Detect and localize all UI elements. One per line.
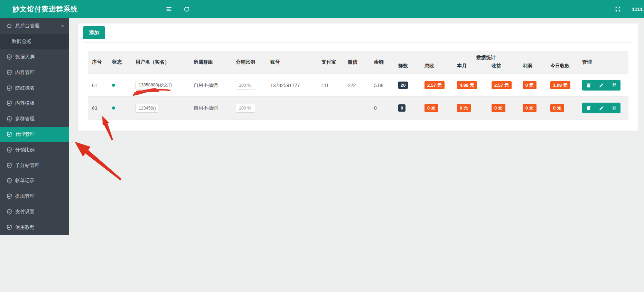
col-header-profit: 利润 (519, 63, 546, 69)
cell-group: 自用不抽佣 (189, 105, 232, 111)
cell-seq: 61 (88, 83, 108, 88)
sidebar-item-agent-mgmt[interactable]: 代理管理 (0, 127, 69, 142)
shield-check-icon (6, 178, 12, 184)
ratio-input[interactable]: 100 % (236, 81, 255, 90)
table-row-63: 63 123456() 自用不抽佣 100 % 0 0 0 元 0 元 0 元 … (88, 97, 628, 120)
total-badge: 0 元 (424, 104, 438, 112)
col-header-alipay: 支付宝 (317, 59, 344, 65)
col-header-wechat: 微信 (344, 59, 370, 65)
cell-income: 0 元 (487, 104, 519, 112)
sidebar-item-label: 数据总览 (12, 38, 31, 45)
shield-check-icon (6, 193, 12, 199)
sidebar-item-data-screen[interactable]: 数据大屏 (0, 49, 69, 65)
today-badge: 1.08 元 (550, 81, 570, 90)
sidebar-item-label: 内容模板 (15, 100, 35, 106)
login-as-button[interactable]: 登 (608, 103, 620, 113)
sidebar-item-withdraw-mgmt[interactable]: 提现管理 (0, 189, 69, 204)
cell-profit: 0 元 (519, 81, 546, 90)
ratio-input[interactable]: 100 % (236, 104, 255, 113)
sidebar-item-multi-group[interactable]: 多群管理 (0, 111, 69, 127)
stats-group-header: 数据统计 群数 总收 本月 收益 利润 今日收款 (394, 51, 578, 74)
sidebar-item-distribution-ratio[interactable]: 分销比例 (0, 142, 69, 158)
col-header-balance: 余额 (370, 59, 394, 65)
income-badge: 0 元 (492, 104, 505, 112)
sidebar-item-substation-mgmt[interactable]: 子分站管理 (0, 158, 69, 173)
sidebar-item-payment-settings[interactable]: 支付设置 (0, 204, 69, 220)
chevron-up-icon (60, 24, 64, 28)
sidebar-item-content-mgmt[interactable]: 内容管理 (0, 65, 69, 80)
shield-check-icon (6, 131, 12, 138)
sidebar-item-label: 防红域名 (15, 85, 35, 91)
fullscreen-icon[interactable] (612, 0, 624, 18)
col-header-today: 今日收款 (546, 63, 578, 69)
table-header-row: 序号 状态 用户名（实名） 所属群组 分销比例 账号 支付宝 微信 余额 数据统… (88, 51, 628, 74)
cell-manage: 登 (578, 103, 620, 113)
edit-button[interactable] (595, 80, 608, 91)
stats-group-title: 数据统计 (394, 55, 578, 61)
sidebar-item-label: 使用教程 (15, 224, 35, 230)
shield-check-icon (6, 162, 12, 169)
cell-alipay: 111 (317, 83, 344, 88)
username-input[interactable]: 123456() (136, 104, 158, 113)
cell-income: 2.57 元 (487, 81, 519, 90)
col-header-month: 本月 (453, 63, 487, 69)
sidebar-item-label: 分销比例 (15, 147, 35, 153)
shield-check-icon (6, 85, 12, 91)
login-as-button[interactable]: 登 (608, 80, 620, 91)
trash-icon (586, 105, 591, 111)
month-badge: 0 元 (457, 104, 471, 112)
sidebar-item-antired-domain[interactable]: 防红域名 (0, 80, 69, 96)
cell-username: 13858888(妙文1) (131, 81, 189, 90)
delete-button[interactable] (582, 103, 595, 113)
col-header-username: 用户名（实名） (131, 59, 189, 65)
pencil-icon (599, 106, 604, 111)
cell-seq: 63 (88, 105, 108, 111)
sidebar-item-label: 帐单记录 (15, 178, 35, 184)
cell-wechat: 222 (344, 83, 370, 88)
groups-badge: 0 (398, 104, 405, 112)
shield-check-icon (6, 147, 12, 153)
sidebar-item-label: 支付设置 (15, 209, 35, 215)
sidebar-item-content-template[interactable]: 内容模板 (0, 96, 69, 111)
sidebar-item-label: 子分站管理 (15, 162, 39, 169)
app-title: 妙文馆付费进群系统 (12, 4, 78, 14)
username-input[interactable]: 13858888(妙文1) (136, 81, 172, 90)
sidebar-item-label: 总后台管理 (15, 23, 39, 29)
delete-button[interactable] (582, 80, 595, 91)
cell-status (108, 84, 131, 87)
shield-check-icon (6, 116, 12, 122)
sidebar-item-data-overview[interactable]: 数据总览 (0, 34, 69, 49)
edit-button[interactable] (595, 103, 608, 113)
sidebar-item-main-admin[interactable]: 总后台管理 (0, 18, 69, 34)
add-button[interactable]: 添加 (83, 26, 105, 39)
cell-today: 1.08 元 (546, 81, 578, 90)
profit-badge: 0 元 (523, 104, 536, 112)
cell-group: 自用不抽佣 (189, 82, 232, 88)
status-dot (112, 106, 115, 110)
sidebar-item-tutorial[interactable]: 使用教程 (0, 219, 69, 235)
sidebar-item-label: 多群管理 (15, 116, 35, 122)
cell-month: 0 元 (453, 104, 487, 112)
sidebar-item-label: 提现管理 (15, 193, 35, 199)
sidebar-item-label: 数据大屏 (15, 54, 35, 60)
annotation-arrow-to-sidebar-agent (75, 142, 122, 180)
menu-fold-icon[interactable] (162, 0, 175, 18)
sidebar-item-bill-records[interactable]: 帐单记录 (0, 173, 69, 189)
cell-month: 4.88 元 (453, 81, 487, 90)
action-button-group: 登 (582, 80, 620, 91)
sidebar-item-label: 内容管理 (15, 69, 35, 76)
sidebar-nav: 总后台管理 数据总览 数据大屏 内容管理 防红域名 内容模板 多群管理 代理管理… (0, 18, 69, 235)
col-header-total: 总收 (420, 63, 453, 69)
pencil-icon (599, 83, 604, 88)
refresh-icon[interactable] (180, 0, 193, 18)
header-username[interactable]: 1111 (631, 0, 643, 18)
shield-check-icon (6, 54, 12, 60)
groups-badge: 20 (398, 82, 408, 89)
col-header-groups: 群数 (394, 63, 420, 69)
cell-profit: 0 元 (519, 104, 546, 112)
status-dot (112, 84, 115, 87)
shield-check-icon (6, 100, 12, 106)
cell-status (108, 106, 131, 110)
cell-ratio: 100 % (232, 81, 266, 90)
col-header-account: 账号 (266, 59, 317, 65)
